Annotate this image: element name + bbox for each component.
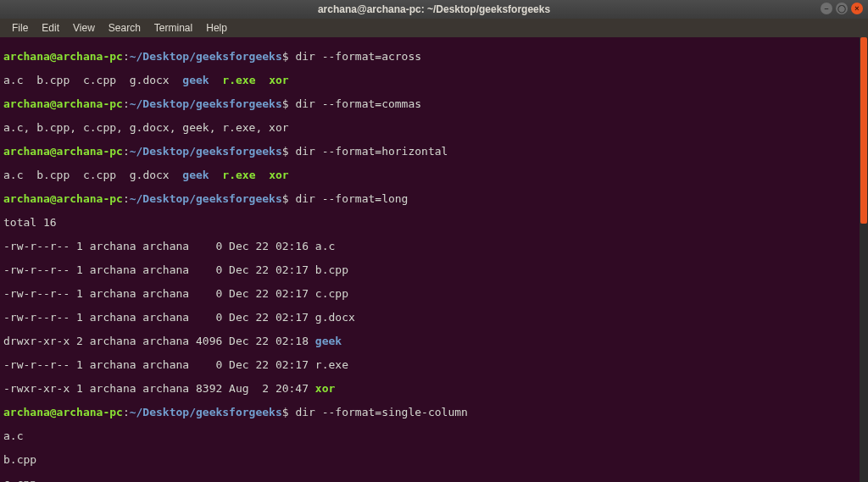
menu-search[interactable]: Search <box>102 20 147 36</box>
maximize-button[interactable]: ◯ <box>836 3 848 14</box>
menubar: File Edit View Search Terminal Help <box>0 19 868 37</box>
scrollbar-thumb[interactable] <box>860 37 867 224</box>
exe-name: r.exe <box>222 74 255 86</box>
output-line: drwxr-xr-x 2 archana archana 4096 Dec 22… <box>3 335 865 347</box>
output-line: c.cpp <box>3 478 865 482</box>
output-line: b.cpp <box>3 454 865 466</box>
output-line: -rw-r--r-- 1 archana archana 0 Dec 22 02… <box>3 264 865 276</box>
output-line: -rw-r--r-- 1 archana archana 0 Dec 22 02… <box>3 312 865 324</box>
prompt-path: ~/Desktop/geeksforgeeks <box>130 50 282 63</box>
menu-view[interactable]: View <box>66 20 102 36</box>
close-button[interactable]: × <box>851 3 863 14</box>
command-text: dir --format=commas <box>289 97 422 110</box>
menu-help[interactable]: Help <box>199 20 234 36</box>
output-line: a.c b.cpp c.cpp g.docx geek r.exe xor <box>3 169 865 181</box>
dir-name: geek <box>182 74 209 86</box>
menu-file[interactable]: File <box>5 20 35 36</box>
output-line: a.c <box>3 430 865 442</box>
minimize-button[interactable]: – <box>821 3 832 14</box>
window-controls: – ◯ × <box>821 3 863 14</box>
menu-terminal[interactable]: Terminal <box>147 20 199 36</box>
output-line: -rw-r--r-- 1 archana archana 0 Dec 22 02… <box>3 359 865 371</box>
output-line: a.c b.cpp c.cpp g.docx geek r.exe xor <box>3 75 865 86</box>
command-text: dir --format=across <box>289 50 422 63</box>
output-line: -rw-r--r-- 1 archana archana 0 Dec 22 02… <box>3 288 865 300</box>
terminal-body[interactable]: archana@archana-pc:~/Desktop/geeksforgee… <box>0 37 868 482</box>
command-text: dir --format=long <box>289 192 409 205</box>
output-line: total 16 <box>3 217 865 229</box>
titlebar: archana@archana-pc: ~/Desktop/geeksforge… <box>0 0 868 19</box>
window-title: archana@archana-pc: ~/Desktop/geeksforge… <box>318 3 550 15</box>
prompt-userhost: archana@archana-pc <box>3 50 123 63</box>
output-line: -rwxr-xr-x 1 archana archana 8392 Aug 2 … <box>3 383 865 395</box>
command-text: dir --format=horizontal <box>289 145 448 158</box>
menu-edit[interactable]: Edit <box>35 20 66 36</box>
output-line: -rw-r--r-- 1 archana archana 0 Dec 22 02… <box>3 241 865 252</box>
scrollbar[interactable] <box>860 37 868 482</box>
command-text: dir --format=single-column <box>289 406 468 418</box>
exe-name: xor <box>269 74 288 86</box>
output-line: a.c, b.cpp, c.cpp, g.docx, geek, r.exe, … <box>3 122 865 134</box>
